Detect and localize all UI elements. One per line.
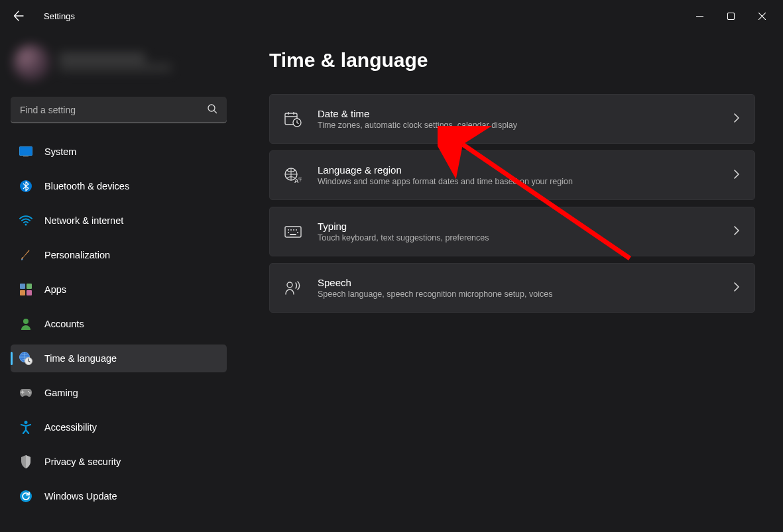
svg-point-1: [208, 105, 215, 111]
svg-point-26: [293, 229, 294, 231]
sidebar-item-accessibility[interactable]: Accessibility: [11, 413, 227, 441]
sidebar-item-windows-update[interactable]: Windows Update: [11, 482, 227, 510]
shield-icon: [19, 455, 32, 468]
nav-label: Gaming: [44, 388, 78, 398]
nav-label: System: [44, 146, 76, 157]
user-profile[interactable]: [11, 37, 227, 87]
svg-point-29: [297, 232, 298, 233]
minimize-button[interactable]: [684, 5, 715, 27]
keyboard-icon: [284, 223, 302, 240]
search-container: [11, 97, 227, 123]
svg-point-6: [25, 224, 27, 226]
paintbrush-icon: [19, 248, 32, 262]
window-title: Settings: [44, 11, 75, 21]
accessibility-icon: [19, 421, 32, 434]
nav-label: Apps: [44, 284, 66, 295]
svg-point-16: [25, 421, 28, 424]
card-title: Language & region: [318, 164, 717, 176]
nav-label: Personalization: [44, 250, 110, 260]
apps-icon: [19, 283, 32, 296]
svg-rect-0: [728, 13, 735, 19]
bluetooth-icon: [19, 180, 32, 193]
svg-text:字: 字: [298, 177, 302, 182]
gamepad-icon: [19, 386, 32, 399]
back-button[interactable]: [5, 3, 32, 29]
minimize-icon: [696, 13, 703, 20]
display-icon: [19, 145, 32, 158]
nav-label: Accounts: [44, 319, 84, 329]
svg-rect-9: [20, 290, 25, 295]
globe-language-icon: A字: [284, 167, 302, 184]
nav-label: Time & language: [44, 353, 117, 364]
time-globe-icon: [19, 352, 32, 365]
sidebar-item-accounts[interactable]: Accounts: [11, 310, 227, 338]
titlebar: Settings: [0, 0, 783, 32]
card-subtitle: Touch keyboard, text suggestions, prefer…: [318, 233, 717, 242]
chevron-right-icon: [733, 170, 740, 182]
nav-label: Network & internet: [44, 215, 123, 226]
card-typing[interactable]: Typing Touch keyboard, text suggestions,…: [269, 207, 755, 256]
sidebar-item-gaming[interactable]: Gaming: [11, 379, 227, 407]
card-title: Typing: [318, 221, 717, 232]
card-title: Speech: [318, 277, 717, 288]
svg-point-17: [20, 490, 32, 502]
card-date-time[interactable]: Date & time Time zones, automatic clock …: [269, 94, 755, 144]
maximize-icon: [727, 13, 735, 20]
profile-name: [59, 53, 145, 62]
svg-point-27: [296, 229, 297, 231]
search-icon: [207, 103, 217, 117]
svg-rect-7: [20, 284, 25, 289]
card-subtitle: Windows and some apps format dates and t…: [318, 177, 717, 186]
profile-email: [59, 64, 172, 72]
chevron-right-icon: [733, 282, 740, 294]
nav-label: Bluetooth & devices: [44, 181, 129, 191]
svg-rect-2: [20, 147, 32, 156]
card-title: Date & time: [318, 108, 717, 119]
page-title: Time & language: [269, 49, 755, 72]
card-subtitle: Speech language, speech recognition micr…: [318, 290, 717, 299]
chevron-right-icon: [733, 113, 740, 125]
nav-label: Accessibility: [44, 422, 97, 433]
svg-point-24: [288, 229, 289, 231]
chevron-right-icon: [733, 226, 740, 238]
nav-label: Privacy & security: [44, 456, 121, 467]
arrow-left-icon: [13, 11, 24, 21]
content-area: Time & language Date & time Time zones, …: [237, 32, 783, 532]
svg-point-11: [23, 319, 29, 324]
svg-point-31: [287, 282, 292, 288]
speech-icon: [284, 280, 302, 297]
nav-label: Windows Update: [44, 491, 117, 502]
card-language-region[interactable]: A字 Language & region Windows and some ap…: [269, 150, 755, 200]
sidebar-item-system[interactable]: System: [11, 138, 227, 166]
person-icon: [19, 317, 32, 331]
sidebar-item-apps[interactable]: Apps: [11, 276, 227, 303]
card-speech[interactable]: Speech Speech language, speech recogniti…: [269, 263, 755, 313]
svg-rect-10: [27, 290, 32, 295]
update-icon: [19, 490, 32, 503]
sidebar-item-bluetooth[interactable]: Bluetooth & devices: [11, 172, 227, 200]
svg-rect-8: [27, 284, 32, 289]
search-input[interactable]: [11, 97, 227, 123]
close-button[interactable]: [747, 5, 778, 27]
sidebar-item-privacy[interactable]: Privacy & security: [11, 448, 227, 476]
avatar: [13, 44, 50, 81]
svg-rect-4: [23, 156, 29, 157]
card-subtitle: Time zones, automatic clock settings, ca…: [318, 121, 717, 130]
svg-point-25: [290, 229, 292, 231]
sidebar-item-network[interactable]: Network & internet: [11, 207, 227, 235]
close-icon: [758, 13, 766, 20]
wifi-icon: [19, 214, 32, 227]
nav-list: System Bluetooth & devices Network & int…: [11, 138, 227, 515]
svg-rect-23: [285, 227, 301, 237]
svg-point-14: [28, 391, 29, 392]
calendar-clock-icon: [284, 111, 302, 128]
svg-point-28: [288, 232, 289, 233]
sidebar: System Bluetooth & devices Network & int…: [0, 32, 237, 532]
maximize-button[interactable]: [715, 5, 747, 27]
svg-point-15: [29, 392, 30, 394]
svg-rect-30: [290, 234, 296, 235]
sidebar-item-personalization[interactable]: Personalization: [11, 241, 227, 269]
sidebar-item-time-language[interactable]: Time & language: [11, 345, 227, 372]
